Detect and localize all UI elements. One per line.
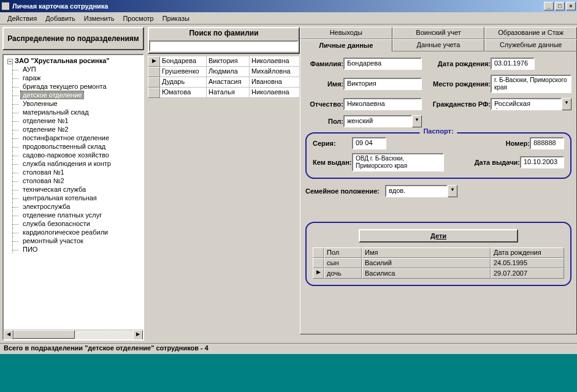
dropdown-icon[interactable]: ▼ [448, 185, 457, 197]
child-cell: дочь [324, 268, 362, 279]
tree-item[interactable]: ремонтный участок [21, 237, 85, 244]
tree-item[interactable]: садово-парковое хозяйство [21, 151, 111, 159]
number-label: Номер: [499, 140, 530, 147]
children-col-dob[interactable]: Дата рождения [491, 247, 564, 258]
tree-item[interactable]: материальный склад [21, 108, 91, 116]
tree-item[interactable]: служба наблюдения и контр [21, 160, 113, 167]
children-rowhead [313, 247, 324, 258]
children-button[interactable]: Дети [359, 229, 518, 243]
child-cell: 29.07.2007 [491, 268, 564, 279]
result-row[interactable]: ▶БондареваВикторияНиколаевна [148, 56, 300, 67]
search-panel: Поиск по фамилии [148, 27, 300, 54]
menu-actions[interactable]: Действия [4, 13, 40, 23]
result-cell: Михайловна [250, 67, 300, 77]
scroll-thumb[interactable] [13, 330, 75, 339]
result-cell: Бондарева [160, 56, 207, 67]
search-input[interactable] [149, 40, 299, 51]
minimize-button[interactable]: _ [544, 2, 554, 10]
tree-item[interactable]: гараж [21, 74, 42, 81]
departments-tree[interactable]: −ЗАО "Хрустальная росинка"АУПгаражбригад… [2, 54, 144, 341]
tab-absences[interactable]: Невыходы [300, 27, 392, 39]
children-col-sex[interactable]: Пол [324, 247, 362, 258]
tab-personal[interactable]: Личные данные [300, 39, 392, 51]
tree-item[interactable]: столовая №1 [21, 168, 66, 176]
tree-item[interactable]: продовольственный склад [21, 143, 107, 150]
dropdown-icon[interactable]: ▼ [562, 98, 571, 110]
sex-select[interactable]: женский [343, 115, 412, 127]
tree-item[interactable]: столовая №2 [21, 177, 66, 184]
tree-item[interactable]: электрослужба [21, 203, 72, 210]
citizenship-select[interactable]: Российская Федерация [491, 98, 562, 110]
dropdown-icon[interactable]: ▼ [412, 115, 422, 127]
tree-item[interactable]: центральная котельная [21, 194, 99, 202]
menu-add[interactable]: Добавить [42, 13, 79, 23]
child-cell: Василиса [362, 268, 491, 279]
marital-label: Семейное положение: [305, 187, 385, 195]
tab-service[interactable]: Служебные данные [484, 39, 577, 51]
window-title: Личная карточка сотрудника [12, 2, 544, 10]
pob-input[interactable]: г. Б-Васюки, Приморского края [491, 75, 571, 93]
tree-item[interactable]: бригада текущего ремонта [21, 83, 109, 90]
patronymic-label: Отчество: [305, 100, 343, 108]
result-cell: Николаевна [250, 56, 300, 67]
name-label: Имя: [305, 80, 343, 88]
tree-item[interactable]: кардиологическое реабили [21, 228, 110, 236]
marital-select[interactable]: вдов. [385, 185, 448, 197]
bottom-panel [0, 354, 577, 392]
result-row[interactable]: ГрушевенкоЛюдмилаМихайловна [148, 67, 300, 77]
tab-military[interactable]: Воинский учет [392, 27, 485, 39]
scroll-left-icon[interactable]: ◀ [4, 330, 13, 340]
issue-date-input[interactable]: 10.10.2003 [520, 156, 564, 168]
child-row[interactable]: сынВасилий24.05.1995 [313, 258, 564, 268]
tab-education[interactable]: Образование и Стаж [484, 27, 577, 39]
result-cell: Юматова [160, 88, 207, 98]
tree-scrollbar[interactable]: ◀ ▶ [4, 330, 143, 339]
sex-label: Пол: [305, 118, 343, 125]
children-group: Дети Пол Имя Дата рождения сынВасилий24.… [305, 222, 571, 286]
tree-item[interactable]: техническая служба [21, 186, 88, 193]
result-row[interactable]: ДударьАнастасияИвановна [148, 77, 300, 88]
maximize-button[interactable]: □ [555, 2, 565, 10]
series-input[interactable]: 09 04 [352, 137, 386, 149]
surname-input[interactable]: Бондарева [343, 58, 422, 70]
menu-edit[interactable]: Изменить [80, 13, 118, 23]
passport-group: Паспорт: Серия: 09 04 Номер: 888888 Кем … [305, 132, 571, 179]
children-grid[interactable]: Пол Имя Дата рождения сынВасилий24.05.19… [313, 247, 564, 279]
issued-input[interactable]: ОВД г. Б-Васюки, Приморского края [352, 153, 444, 172]
tab-account[interactable]: Данные учета [392, 39, 485, 51]
tree-item[interactable]: отделение №1 [21, 117, 71, 124]
tree-item[interactable]: детское отделение [21, 91, 83, 99]
departments-header: Распределение по подразделениям [2, 27, 144, 50]
child-row[interactable]: ▶дочьВасилиса29.07.2007 [313, 268, 564, 279]
titlebar: Личная карточка сотрудника _ □ × [0, 0, 577, 12]
tree-item[interactable]: ПИО [21, 246, 39, 253]
tree-item[interactable]: служба безопасности [21, 220, 92, 227]
issued-label: Кем выдан: [313, 159, 352, 166]
menubar: Действия Добавить Изменить Просмотр Прик… [0, 12, 577, 24]
tree-item[interactable]: постинфарктное отделение [21, 134, 111, 141]
result-cell: Николаевна [250, 88, 300, 98]
surname-label: Фамилия: [305, 60, 343, 67]
child-cell: 24.05.1995 [491, 258, 564, 268]
menu-orders[interactable]: Приказы [159, 13, 193, 23]
tree-item[interactable]: отделение платных услуг [21, 211, 104, 219]
result-cell: Грушевенко [160, 67, 207, 77]
patronymic-input[interactable]: Николаевна [343, 98, 422, 110]
close-button[interactable]: × [566, 2, 576, 10]
result-cell: Людмила [207, 67, 250, 77]
results-grid[interactable]: ▶БондареваВикторияНиколаевнаГрушевенкоЛю… [148, 56, 300, 98]
tree-item[interactable]: АУП [21, 66, 38, 73]
status-bar: Всего в подразделении "детское отделение… [0, 343, 577, 354]
tree-item[interactable]: Уволенные [21, 100, 59, 107]
tabs-row-2: Личные данные Данные учета Служебные дан… [300, 39, 577, 51]
tree-item[interactable]: отделение №2 [21, 126, 71, 133]
scroll-right-icon[interactable]: ▶ [133, 330, 143, 340]
children-col-name[interactable]: Имя [362, 247, 491, 258]
name-input[interactable]: Виктория [343, 78, 422, 90]
dob-label: Дата рождения: [426, 60, 491, 67]
number-input[interactable]: 888888 [530, 137, 564, 149]
result-row[interactable]: ЮматоваНатальяНиколаевна [148, 88, 300, 98]
dob-input[interactable]: 03.01.1976 [491, 58, 535, 70]
tree-root[interactable]: −ЗАО "Хрустальная росинка" [6, 56, 143, 65]
menu-view[interactable]: Просмотр [119, 13, 157, 23]
